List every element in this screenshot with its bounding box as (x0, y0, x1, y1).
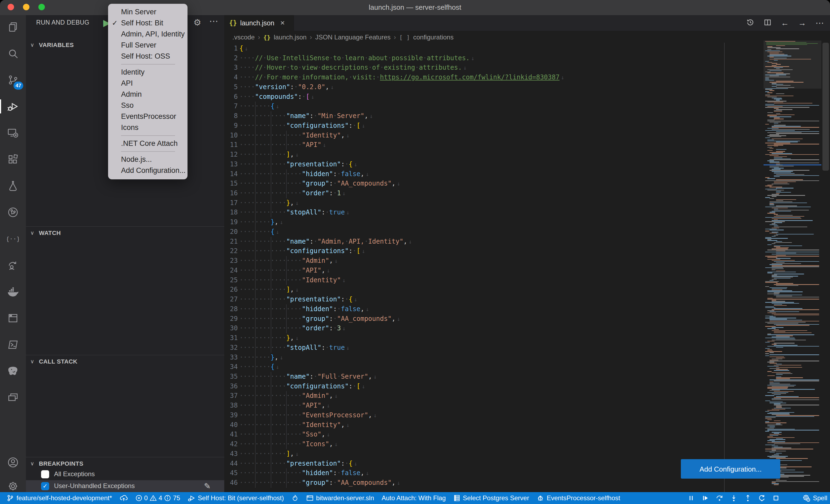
split-editor-icon[interactable] (764, 19, 772, 28)
activity-item-testing[interactable] (0, 173, 26, 199)
code-line: 30················"order":·3↓ (224, 324, 830, 333)
minimap-line (769, 212, 775, 212)
breadcrumb-icon: [ ] (399, 34, 410, 41)
go-forward-icon[interactable]: → (798, 19, 806, 28)
status-spell-checker[interactable]: Spell (802, 494, 827, 502)
launch-settings-gear-icon[interactable]: ⚙ (193, 17, 201, 28)
minimap-line (772, 169, 780, 169)
menu-separator (121, 151, 175, 152)
activity-item-live-share[interactable] (0, 252, 26, 278)
minimap-line (765, 411, 769, 412)
status-auto-attach-with-flag[interactable]: Auto Attach: With Flag (382, 494, 446, 502)
status-self-host-bit-server-selfhost[interactable]: Self Host: Bit (server-selfhost) (188, 494, 284, 502)
status-cloud-upload[interactable] (120, 494, 128, 502)
minimap-line (769, 155, 779, 156)
timeline-history-icon[interactable] (746, 19, 754, 28)
status-eventsprocessor-selfhost[interactable]: EventsProcessor-selfhost (537, 494, 620, 502)
activity-item-window-layouts[interactable] (0, 384, 26, 410)
minimap-line (766, 42, 806, 43)
status-feature-self-hosted-development[interactable]: feature/self-hosted-development* (6, 494, 112, 502)
debug-step-out-button[interactable] (744, 494, 752, 502)
menu-item[interactable]: Admin (108, 89, 188, 100)
activity-item-powershell[interactable] (0, 332, 26, 358)
minimap-line (767, 349, 772, 350)
minimap-line (772, 232, 778, 232)
activity-item-git-graph[interactable] (0, 199, 26, 225)
breadcrumb-item[interactable]: JSON Language Features (315, 33, 391, 41)
section-call-stack[interactable]: ∨ CALL STACK (26, 356, 224, 368)
minimap-line (767, 120, 775, 120)
menu-separator (121, 135, 175, 136)
activity-item-run-and-debug[interactable] (0, 94, 26, 120)
code-line: 3····//·Hover·to·view·descriptions·of·ex… (224, 63, 830, 73)
activity-item-source-control[interactable]: 47 (0, 67, 26, 93)
views-more-actions-icon[interactable]: ⋯ (209, 16, 218, 27)
menu-item[interactable]: Icons (108, 122, 188, 133)
minimap-line (774, 226, 778, 226)
minimap-line (774, 117, 780, 118)
minimap-line (774, 293, 780, 293)
minimap[interactable] (764, 40, 821, 489)
activity-item-extensions[interactable] (0, 146, 26, 172)
menu-item[interactable]: Full Server (108, 40, 188, 51)
code-line: 5····"version":·"0.2.0",↓ (224, 82, 830, 92)
code-editor[interactable]: 1{↓2····//·Use·IntelliSense·to·learn·abo… (224, 44, 830, 492)
minimap-line (776, 453, 782, 453)
breakpoint-row[interactable]: ✓User-Unhandled Exceptions✎ (26, 480, 224, 492)
minimap-line (765, 74, 786, 75)
activity-item-package[interactable] (0, 305, 26, 331)
menu-item[interactable]: Node.js... (108, 154, 188, 165)
breadcrumb-item[interactable]: .vscode (232, 33, 255, 41)
menu-item[interactable]: Add Configuration... (108, 165, 188, 176)
debug-continue-button[interactable] (701, 494, 709, 502)
breadcrumb-item[interactable]: launch.json (274, 33, 307, 41)
status-flame[interactable] (291, 494, 298, 502)
minimap-line (776, 374, 783, 375)
menu-item[interactable]: EventsProcessor (108, 111, 188, 122)
minimap-line (769, 402, 783, 402)
menu-item[interactable]: .NET Core Attach (108, 138, 188, 149)
activity-item-explorer[interactable] (0, 14, 26, 40)
activity-item-search[interactable] (0, 40, 26, 66)
breakpoint-checkbox[interactable]: ✓ (41, 482, 49, 490)
breakpoint-checkbox[interactable] (41, 470, 49, 478)
edit-breakpoint-icon[interactable]: ✎ (204, 481, 211, 491)
menu-item[interactable]: API (108, 78, 188, 89)
breadcrumb-item[interactable]: configurations (413, 33, 453, 41)
breadcrumb[interactable]: .vscode›{}launch.json›JSON Language Feat… (232, 31, 830, 44)
menu-item[interactable]: Admin, API, Identity (108, 29, 188, 40)
status-select-postgres-server[interactable]: Select Postgres Server (453, 494, 529, 502)
debug-step-over-button[interactable] (715, 494, 724, 502)
debug-stop-button[interactable] (772, 494, 780, 502)
minimap-line (765, 348, 770, 349)
menu-item[interactable]: Min Server (108, 6, 188, 18)
debug-restart-button[interactable] (758, 494, 766, 502)
debug-step-into-button[interactable] (730, 494, 738, 502)
activity-item-accounts[interactable] (0, 449, 26, 475)
status-problems[interactable]: 0475 (135, 494, 180, 502)
go-back-icon[interactable]: ← (781, 19, 789, 28)
tab-launch-json[interactable]: {} launch.json × (224, 15, 294, 31)
menu-item[interactable]: Identity (108, 67, 188, 78)
activity-item-remote-explorer[interactable] (0, 120, 26, 146)
minimap-line (769, 70, 781, 71)
code-line: 39················"EventsProcessor",↓ (224, 410, 830, 420)
editor-scrollbar[interactable] (823, 43, 829, 171)
menu-item[interactable]: Sso (108, 100, 188, 111)
menu-item[interactable]: ✓Self Host: Bit (108, 18, 188, 29)
section-watch[interactable]: ∨ WATCH (26, 227, 224, 239)
minimap-line (769, 390, 780, 391)
activity-item-postgresql[interactable] (0, 358, 26, 384)
status-bitwarden-server-sln[interactable]: bitwarden-server.sln (306, 494, 374, 502)
minimap-line (772, 184, 790, 184)
minimap-line (772, 481, 819, 482)
menu-item[interactable]: Self Host: OSS (108, 51, 188, 62)
breakpoint-row[interactable]: All Exceptions (26, 468, 224, 480)
debug-pause-button[interactable] (687, 494, 695, 502)
add-configuration-button[interactable]: Add Configuration... (681, 459, 780, 479)
activity-item-braces-extension[interactable]: {··} (0, 226, 26, 252)
close-tab-icon[interactable]: × (280, 19, 285, 27)
editor-more-actions-icon[interactable]: ⋯ (816, 18, 824, 28)
activity-item-docker[interactable] (0, 279, 26, 305)
minimap-line (776, 376, 781, 377)
